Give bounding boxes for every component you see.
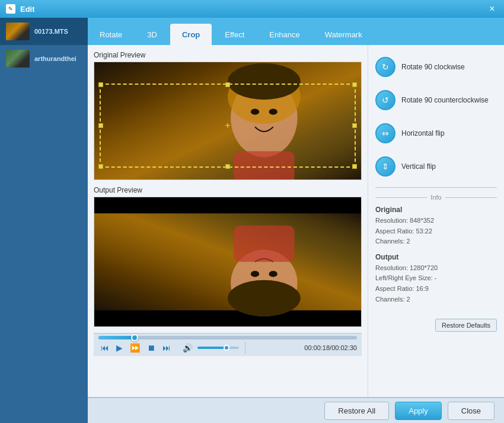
rotate-ccw-icon: ↺ bbox=[375, 90, 395, 110]
sidebar-item-label-1: arthurandthei bbox=[34, 55, 76, 62]
volume-track[interactable] bbox=[197, 347, 239, 349]
output-preview-container bbox=[94, 197, 362, 327]
flip-v-label: Vertical flip bbox=[401, 162, 436, 171]
tab-3d[interactable]: 3D bbox=[135, 24, 169, 45]
sidebar: 00173.MTS arthurandthei bbox=[0, 18, 88, 423]
svg-point-6 bbox=[269, 109, 277, 115]
controls-row: ⏮ ▶ ⏩ ⏹ ⏭ 🔊 bbox=[98, 342, 357, 354]
rotate-ccw-label: Rotate 90 counterclockwise bbox=[401, 96, 489, 104]
original-preview-container: + bbox=[94, 62, 362, 180]
svg-point-13 bbox=[228, 280, 301, 316]
svg-point-5 bbox=[251, 109, 259, 115]
tab-crop[interactable]: Crop bbox=[170, 24, 212, 45]
info-original-aspect: Aspect Ratio: 53:22 bbox=[375, 226, 497, 237]
skip-start-button[interactable]: ⏮ bbox=[98, 342, 111, 354]
info-title: Info bbox=[375, 194, 497, 201]
progress-track[interactable] bbox=[98, 336, 357, 339]
svg-point-15 bbox=[269, 271, 277, 277]
tab-watermark[interactable]: Watermark bbox=[313, 24, 374, 45]
svg-rect-10 bbox=[94, 310, 361, 326]
original-video-frame bbox=[94, 62, 361, 180]
info-output-lr-eye: Left/Right Eye Size: - bbox=[375, 273, 497, 284]
player-controls: ⏮ ▶ ⏩ ⏹ ⏭ 🔊 bbox=[94, 333, 362, 356]
time-total: 00:02:30 bbox=[331, 344, 357, 351]
center-panel: Original Preview bbox=[88, 45, 368, 397]
info-output-channels: Channels: 2 bbox=[375, 294, 497, 305]
flip-h-icon: ⇔ bbox=[375, 123, 395, 143]
right-panel: ↻ Rotate 90 clockwise ↺ Rotate 90 counte… bbox=[368, 45, 504, 397]
skip-end-button[interactable]: ⏭ bbox=[160, 342, 173, 354]
sidebar-thumb-0 bbox=[6, 23, 30, 40]
info-output-aspect: Aspect Ratio: 16:9 bbox=[375, 284, 497, 294]
info-original-label: Original bbox=[375, 206, 497, 214]
bottom-bar: Restore All Apply Close bbox=[88, 397, 504, 423]
original-preview-label: Original Preview bbox=[94, 51, 362, 59]
sidebar-item-0[interactable]: 00173.MTS bbox=[0, 18, 88, 45]
sidebar-item-1[interactable]: arthurandthei bbox=[0, 45, 88, 72]
stop-button[interactable]: ⏹ bbox=[145, 342, 158, 354]
sidebar-thumb-video-0 bbox=[6, 23, 30, 40]
info-output-label: Output bbox=[375, 253, 497, 261]
action-flip-v[interactable]: ⇕ Vertical flip bbox=[375, 154, 497, 179]
separator bbox=[245, 342, 245, 354]
flip-h-label: Horizontal flip bbox=[401, 129, 445, 137]
volume-thumb[interactable] bbox=[224, 345, 229, 351]
flip-v-icon: ⇕ bbox=[375, 156, 395, 177]
info-output-group: Output Resolution: 1280*720 Left/Right E… bbox=[375, 253, 497, 305]
play-button[interactable]: ▶ bbox=[114, 342, 125, 354]
info-output-resolution: Resolution: 1280*720 bbox=[375, 263, 497, 274]
svg-point-4 bbox=[228, 63, 301, 100]
volume-icon-button[interactable]: 🔊 bbox=[180, 342, 195, 354]
progress-thumb[interactable] bbox=[131, 334, 138, 341]
info-section: Info Original Resolution: 848*352 Aspect… bbox=[375, 187, 497, 310]
restore-defaults-button[interactable]: Restore Defaults bbox=[435, 319, 497, 332]
output-preview-label: Output Preview bbox=[94, 186, 362, 194]
content-area: Rotate 3D Crop Effect Enhance Watermark … bbox=[88, 18, 504, 423]
volume-fill bbox=[197, 347, 227, 349]
tab-bar: Rotate 3D Crop Effect Enhance Watermark bbox=[88, 18, 504, 45]
tab-enhance[interactable]: Enhance bbox=[257, 24, 311, 45]
volume-section: 🔊 bbox=[180, 342, 239, 354]
action-flip-h[interactable]: ⇔ Horizontal flip bbox=[375, 121, 497, 146]
svg-rect-9 bbox=[94, 197, 361, 213]
time-display: 00:00:18/00:02:30 bbox=[304, 344, 357, 351]
tab-effect[interactable]: Effect bbox=[213, 24, 256, 45]
apply-button[interactable]: Apply bbox=[395, 402, 442, 420]
tab-rotate[interactable]: Rotate bbox=[88, 24, 134, 45]
sidebar-thumb-1 bbox=[6, 50, 30, 68]
time-current: 00:00:18 bbox=[304, 344, 330, 351]
fast-forward-button[interactable]: ⏩ bbox=[127, 342, 142, 354]
sidebar-thumb-video-1 bbox=[6, 50, 30, 68]
sidebar-item-label-0: 00173.MTS bbox=[34, 28, 68, 35]
action-rotate-cw[interactable]: ↻ Rotate 90 clockwise bbox=[375, 55, 497, 79]
progress-bar-wrapper[interactable] bbox=[98, 336, 357, 339]
info-original-resolution: Resolution: 848*352 bbox=[375, 216, 497, 226]
svg-rect-1 bbox=[94, 62, 361, 180]
progress-fill bbox=[98, 336, 135, 339]
close-window-button[interactable]: × bbox=[486, 3, 498, 15]
title-bar: ✎ Edit × bbox=[0, 0, 504, 18]
window-title: Edit bbox=[20, 5, 486, 14]
rotate-cw-icon: ↻ bbox=[375, 57, 395, 77]
svg-point-14 bbox=[251, 271, 259, 277]
action-rotate-ccw[interactable]: ↺ Rotate 90 counterclockwise bbox=[375, 88, 497, 113]
info-original-channels: Channels: 2 bbox=[375, 236, 497, 247]
info-original-group: Original Resolution: 848*352 Aspect Rati… bbox=[375, 206, 497, 247]
output-video-frame bbox=[94, 197, 361, 326]
svg-rect-11 bbox=[94, 213, 361, 310]
output-preview-section: Output Preview bbox=[94, 186, 362, 327]
restore-all-button[interactable]: Restore All bbox=[324, 402, 389, 420]
close-button[interactable]: Close bbox=[448, 402, 495, 420]
body-area: Original Preview bbox=[88, 45, 504, 397]
app-icon: ✎ bbox=[6, 4, 15, 14]
rotate-cw-label: Rotate 90 clockwise bbox=[401, 63, 465, 71]
original-preview-section: Original Preview bbox=[94, 51, 362, 180]
svg-rect-7 bbox=[234, 151, 294, 180]
svg-rect-16 bbox=[234, 226, 294, 262]
